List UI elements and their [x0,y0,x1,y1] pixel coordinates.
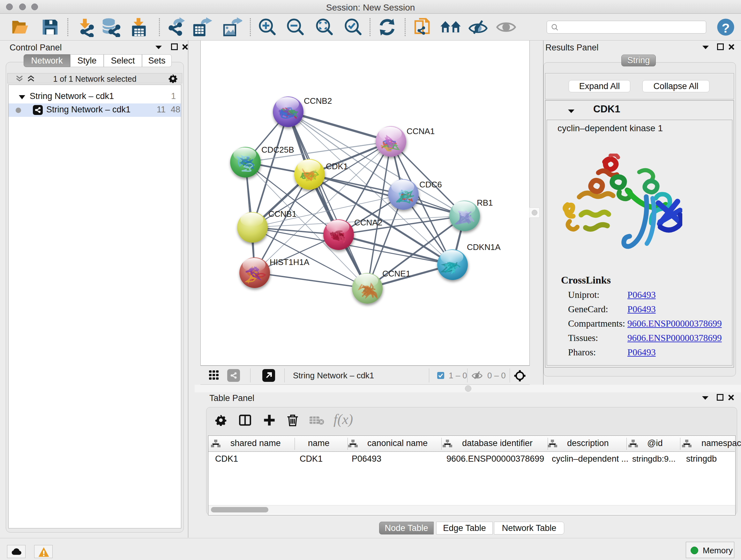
svg-text:?: ? [722,20,730,35]
svg-text:CCNA2: CCNA2 [354,218,382,227]
svg-text:CCNB1: CCNB1 [268,209,296,219]
svg-text:HIST1H1A: HIST1H1A [270,257,310,267]
svg-text:CDKN1A: CDKN1A [467,242,501,252]
svg-text:CCNA1: CCNA1 [407,126,434,136]
svg-text:CDC25B: CDC25B [261,145,294,154]
svg-text:CDC6: CDC6 [419,180,442,189]
svg-text:CDK1: CDK1 [326,162,348,171]
svg-text:CCNB2: CCNB2 [304,96,332,106]
svg-text:RB1: RB1 [477,198,493,207]
svg-text:CCNE1: CCNE1 [382,269,410,278]
